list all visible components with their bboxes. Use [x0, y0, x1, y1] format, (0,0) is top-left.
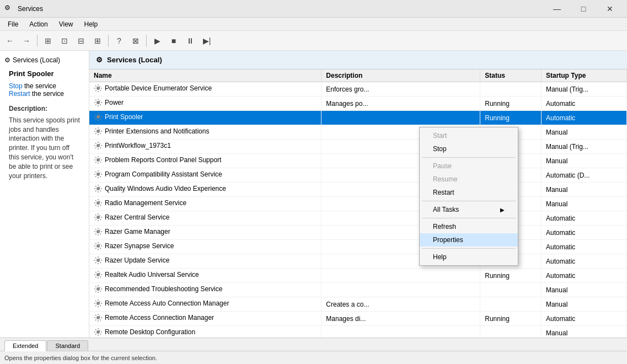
menu-help[interactable]: Help	[79, 19, 104, 29]
map-drive-button[interactable]: ⊡	[57, 33, 72, 49]
svg-point-2	[97, 115, 100, 119]
context-menu-separator	[422, 201, 516, 201]
export-button[interactable]: ⊠	[128, 33, 143, 49]
cell-status	[480, 297, 542, 312]
services-table-container[interactable]: Name Description Status Startup Type Por…	[89, 69, 627, 338]
description-label: Description:	[9, 104, 80, 114]
content-header-title: Services (Local)	[107, 56, 162, 64]
close-button[interactable]: ✕	[597, 0, 623, 18]
restart-text: the service	[30, 90, 64, 98]
sidebar-item-services-local[interactable]: ⚙ Services (Local)	[2, 55, 87, 65]
toolbar: ← → ⊞ ⊡ ⊟ ⊞ ? ⊠ ▶ ■ ⏸ ▶|	[0, 31, 627, 51]
sidebar-description-panel: Print Spooler Stop the service Restart t…	[2, 65, 87, 185]
table-row[interactable]: Remote Desktop ConfigurationManual	[89, 326, 627, 338]
table-header-row: Name Description Status Startup Type	[89, 69, 627, 82]
minimize-button[interactable]: —	[544, 0, 570, 18]
table-row[interactable]: Razer Synapse ServiceRunningAutomatic	[89, 240, 627, 254]
svg-point-3	[97, 130, 100, 133]
ctx-item-properties[interactable]: Properties	[420, 233, 518, 247]
content-header-icon: ⚙	[96, 56, 103, 64]
ctx-item-help[interactable]: Help	[420, 250, 518, 264]
svg-point-12	[97, 259, 100, 262]
svg-point-15	[97, 302, 100, 305]
main-container: ⚙ Services (Local) Print Spooler Stop th…	[0, 51, 627, 338]
menu-view[interactable]: View	[53, 19, 79, 29]
forward-button[interactable]: →	[19, 33, 34, 49]
cell-startup-type: Manual	[541, 326, 626, 338]
table-row[interactable]: Remote Access Auto Connection ManagerCre…	[89, 297, 627, 312]
menu-file[interactable]: File	[2, 19, 24, 29]
ctx-item-resume: Resume	[420, 173, 518, 186]
services-table: Name Description Status Startup Type Por…	[89, 69, 627, 338]
svg-point-11	[97, 244, 100, 248]
ctx-item-all-tasks[interactable]: All Tasks▶	[420, 203, 518, 216]
svg-point-13	[97, 273, 100, 276]
cell-name: Remote Access Auto Connection Manager	[89, 297, 321, 312]
disconnect-button[interactable]: ⊟	[73, 33, 89, 49]
table-row[interactable]: Program Compatibility Assistant ServiceR…	[89, 168, 627, 183]
svg-point-7	[97, 187, 100, 190]
table-row[interactable]: Razer Game ManagerRunningAutomatic	[89, 226, 627, 240]
table-row[interactable]: Print SpoolerRunningAutomatic	[89, 111, 627, 125]
table-row[interactable]: Quality Windows Audio Video ExperienceRu…	[89, 183, 627, 197]
svg-point-4	[97, 144, 100, 147]
submenu-arrow-icon: ▶	[500, 207, 505, 213]
table-row[interactable]: Remote Access Connection ManagerManages …	[89, 312, 627, 326]
svg-point-16	[97, 316, 100, 319]
table-row[interactable]: Radio Management ServiceRunningManual	[89, 197, 627, 211]
context-menu-separator	[422, 248, 516, 249]
cell-status: Running	[480, 269, 542, 283]
back-button[interactable]: ←	[2, 33, 18, 49]
cell-description	[321, 111, 480, 125]
content-header: ⚙ Services (Local)	[89, 51, 627, 69]
table-row[interactable]: Portable Device Enumerator ServiceEnforc…	[89, 82, 627, 97]
table-row[interactable]: PrintWorkflow_1973c1Manual (Trig...	[89, 140, 627, 154]
cell-name: Problem Reports Control Panel Support	[89, 154, 321, 168]
tabs-bar: Extended Standard	[0, 338, 627, 351]
col-status[interactable]: Status	[480, 69, 542, 82]
cell-status	[480, 283, 542, 297]
ctx-item-refresh[interactable]: Refresh	[420, 220, 518, 233]
table-row[interactable]: Realtek Audio Universal ServiceRunningAu…	[89, 269, 627, 283]
col-startup-type[interactable]: Startup Type	[541, 69, 626, 82]
tab-standard[interactable]: Standard	[47, 340, 88, 351]
ctx-item-restart[interactable]: Restart	[420, 186, 518, 199]
stop-service-link[interactable]: Stop	[9, 82, 23, 90]
restart-service-link[interactable]: Restart	[9, 90, 30, 98]
cell-startup-type: Manual (Trig...	[541, 82, 626, 97]
col-name[interactable]: Name	[89, 69, 321, 82]
table-row[interactable]: Problem Reports Control Panel SupportMan…	[89, 154, 627, 168]
table-row[interactable]: Recommended Troubleshooting ServiceManua…	[89, 283, 627, 297]
cell-startup-type: Manual	[541, 125, 626, 140]
table-row[interactable]: Razer Central ServiceRunningAutomatic	[89, 211, 627, 226]
stop-service-button[interactable]: ■	[166, 33, 181, 49]
table-row[interactable]: Printer Extensions and NotificationsManu…	[89, 125, 627, 140]
properties-button[interactable]: ⊞	[90, 33, 105, 49]
svg-point-0	[97, 87, 100, 90]
cell-status	[480, 326, 542, 338]
status-text: Opens the properties dialog box for the …	[4, 355, 157, 361]
context-menu-separator	[422, 218, 516, 218]
restart-service-button[interactable]: ▶|	[199, 33, 215, 49]
cell-description: Manages di...	[321, 312, 480, 326]
cell-startup-type: Manual (Trig...	[541, 140, 626, 154]
svg-point-10	[97, 230, 100, 233]
cell-startup-type: Automatic	[541, 97, 626, 111]
svg-point-5	[97, 158, 100, 162]
cell-status: Running	[480, 111, 542, 125]
menu-action[interactable]: Action	[24, 19, 53, 29]
table-row[interactable]: Razer Update ServiceRunningAutomatic	[89, 254, 627, 269]
table-row[interactable]: PowerManages po...RunningAutomatic	[89, 97, 627, 111]
stop-text: the service	[23, 82, 56, 90]
toolbar-separator-2	[108, 35, 109, 47]
start-service-button[interactable]: ▶	[149, 33, 165, 49]
pause-service-button[interactable]: ⏸	[183, 33, 198, 49]
maximize-button[interactable]: □	[571, 0, 596, 18]
up-button[interactable]: ⊞	[40, 33, 56, 49]
tab-extended[interactable]: Extended	[4, 340, 46, 351]
ctx-item-stop[interactable]: Stop	[420, 142, 518, 156]
content-area: ⚙ Services (Local) Name Description Stat…	[89, 51, 627, 338]
cell-name: Portable Device Enumerator Service	[89, 82, 321, 97]
help-button[interactable]: ?	[111, 33, 127, 49]
col-description[interactable]: Description	[321, 69, 480, 82]
